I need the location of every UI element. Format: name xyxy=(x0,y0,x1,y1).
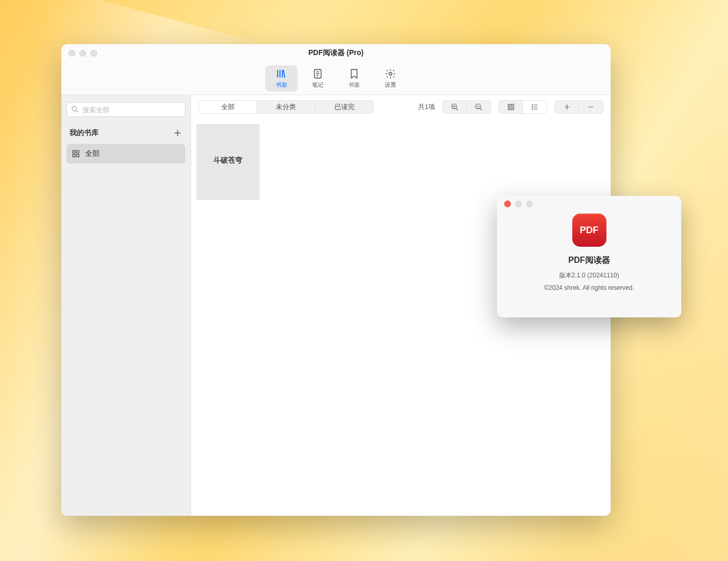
tab-settings[interactable]: 设置 xyxy=(374,65,407,91)
sidebar-item-all[interactable]: 全部 xyxy=(66,144,185,164)
grid-view-button[interactable] xyxy=(499,101,523,113)
app-icon-text: PDF xyxy=(580,225,599,236)
about-body: PDF PDF阅读器 版本2.1.0 (20241110) ©2024 shre… xyxy=(497,211,681,302)
titlebar: PDF阅读器 (Pro) xyxy=(61,44,611,62)
segment-finished[interactable]: 已读完 xyxy=(315,101,373,113)
about-window: PDF PDF阅读器 版本2.1.0 (20241110) ©2024 shre… xyxy=(497,196,681,317)
book-title: 斗破苍穹 xyxy=(196,156,260,165)
filter-bar: 全部 未分类 已读完 共1项 xyxy=(191,95,611,119)
search-container xyxy=(66,102,185,117)
svg-rect-5 xyxy=(73,154,75,157)
view-controls xyxy=(498,100,547,114)
gear-icon xyxy=(385,68,396,79)
about-titlebar xyxy=(497,196,681,211)
list-view-button[interactable] xyxy=(523,101,547,113)
bookmark-icon xyxy=(348,68,360,79)
book-grid: 斗破苍穹 xyxy=(191,119,611,516)
svg-point-13 xyxy=(532,104,533,105)
app-icon: PDF xyxy=(572,213,606,247)
grid-icon xyxy=(72,150,80,158)
svg-rect-9 xyxy=(508,104,510,106)
svg-rect-10 xyxy=(511,104,514,106)
add-button[interactable] xyxy=(555,101,579,113)
about-minimize-button[interactable] xyxy=(515,201,522,207)
library-icon xyxy=(276,68,287,79)
tab-bookmarks[interactable]: 书签 xyxy=(338,65,370,91)
svg-point-1 xyxy=(389,72,392,75)
traffic-lights xyxy=(69,50,97,57)
sidebar-item-label: 全部 xyxy=(85,149,100,158)
svg-point-15 xyxy=(532,109,533,109)
about-version: 版本2.1.0 (20241110) xyxy=(559,271,619,280)
sidebar: 我的书库 全部 xyxy=(61,95,191,516)
about-close-button[interactable] xyxy=(504,201,511,207)
tab-library[interactable]: 书架 xyxy=(265,65,298,91)
filter-segment: 全部 未分类 已读完 xyxy=(198,100,374,114)
toolbar: 书架 笔记 书签 设置 xyxy=(61,62,611,95)
tab-bookmarks-label: 书签 xyxy=(348,81,360,89)
zoom-out-button[interactable] xyxy=(467,101,491,113)
zoom-button[interactable] xyxy=(90,50,97,57)
library-header: 我的书库 xyxy=(66,128,185,138)
minimize-button[interactable] xyxy=(79,50,86,57)
zoom-in-button[interactable] xyxy=(443,101,467,113)
close-button[interactable] xyxy=(69,50,75,57)
library-header-label: 我的书库 xyxy=(70,128,99,138)
svg-rect-11 xyxy=(508,108,510,110)
search-icon xyxy=(71,105,79,113)
svg-point-2 xyxy=(72,106,77,111)
add-library-button[interactable] xyxy=(173,128,182,138)
svg-rect-4 xyxy=(76,151,79,153)
tab-library-label: 书架 xyxy=(276,81,287,89)
item-count: 共1项 xyxy=(418,102,435,112)
svg-rect-3 xyxy=(73,151,75,153)
about-app-name: PDF阅读器 xyxy=(569,255,610,266)
about-zoom-button[interactable] xyxy=(526,201,533,207)
remove-button[interactable] xyxy=(579,101,603,113)
segment-all[interactable]: 全部 xyxy=(199,101,257,113)
search-input[interactable] xyxy=(66,102,185,117)
zoom-controls xyxy=(442,100,491,114)
tab-notes-label: 笔记 xyxy=(312,81,323,89)
svg-point-14 xyxy=(532,106,533,107)
tab-notes[interactable]: 笔记 xyxy=(302,65,334,91)
about-copyright: ©2024 shrek. All rights reserved. xyxy=(544,284,635,291)
add-remove-controls xyxy=(555,100,603,114)
book-item[interactable]: 斗破苍穹 xyxy=(196,124,260,200)
segment-unsorted[interactable]: 未分类 xyxy=(257,101,315,113)
notes-icon xyxy=(312,68,323,79)
svg-rect-6 xyxy=(76,154,79,157)
svg-rect-12 xyxy=(511,108,514,110)
tab-settings-label: 设置 xyxy=(385,81,396,89)
window-title: PDF阅读器 (Pro) xyxy=(308,48,364,58)
